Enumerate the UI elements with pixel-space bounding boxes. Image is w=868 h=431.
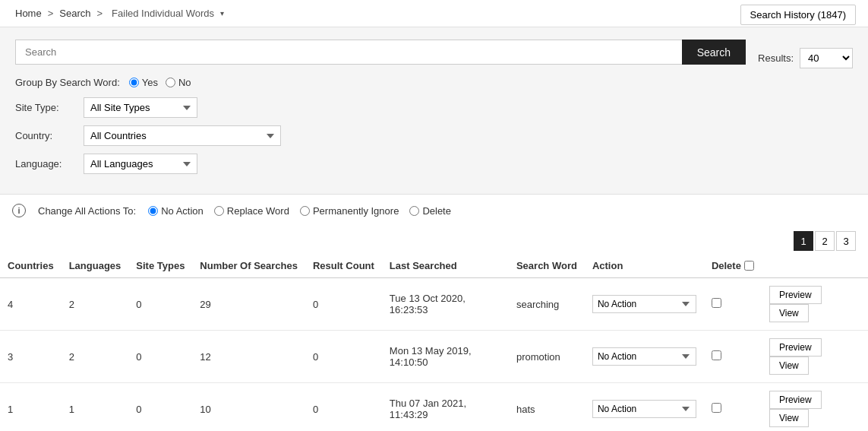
change-actions-label: Change All Actions To:	[38, 205, 136, 217]
cell-languages: 1	[62, 383, 129, 432]
action-permanently-ignore-radio[interactable]	[300, 206, 310, 216]
action-replace-word-radio[interactable]	[214, 206, 224, 216]
table-row: 1 1 0 10 0 Thu 07 Jan 2021, 11:43:29 hat…	[0, 383, 868, 432]
cell-languages: 2	[62, 331, 129, 383]
search-panel: Search Results: 40 20 60 80 100 Group By…	[0, 27, 868, 195]
cell-searches: 10	[192, 383, 305, 432]
country-select[interactable]: All Countries	[84, 125, 281, 146]
col-languages: Languages	[62, 254, 129, 278]
cell-countries: 1	[0, 383, 62, 432]
info-icon[interactable]: i	[12, 204, 26, 217]
col-actions-btns	[762, 254, 868, 278]
group-by-label: Group By Search Word:	[15, 77, 120, 88]
breadcrumb-chevron-icon: ▾	[220, 9, 224, 17]
delete-checkbox-0[interactable]	[712, 298, 721, 308]
action-replace-word-label: Replace Word	[227, 205, 289, 217]
group-by-row: Group By Search Word: Yes No	[15, 77, 853, 88]
table-row: 3 2 0 12 0 Mon 13 May 2019, 14:10:50 pro…	[0, 331, 868, 383]
cell-action: No ActionReplace WordPermanently IgnoreD…	[585, 278, 704, 331]
action-radio-group: No Action Replace Word Permanently Ignor…	[148, 205, 451, 217]
group-yes-radio[interactable]	[129, 78, 139, 87]
cell-delete	[704, 278, 762, 331]
page-2-button[interactable]: 2	[815, 231, 835, 251]
results-table-wrapper: Countries Languages Site Types Number Of…	[0, 254, 868, 431]
language-row: Language: All Languages	[15, 154, 853, 174]
search-bar-row: Search Results: 40 20 60 80 100	[15, 40, 853, 77]
results-label-group: Results: 40 20 60 80 100	[758, 48, 853, 68]
group-no-option[interactable]: No	[166, 77, 191, 88]
action-replace-word-option[interactable]: Replace Word	[214, 205, 289, 217]
site-type-select[interactable]: All Site Types	[84, 97, 197, 118]
action-no-action-option[interactable]: No Action	[148, 205, 204, 217]
action-select-0[interactable]: No ActionReplace WordPermanently IgnoreD…	[592, 295, 696, 313]
group-yes-label: Yes	[142, 77, 158, 88]
group-by-radio-group: Yes No	[129, 77, 191, 88]
table-row: 4 2 0 29 0 Tue 13 Oct 2020, 16:23:53 sea…	[0, 278, 868, 331]
cell-site-types: 0	[128, 331, 192, 383]
view-button-0[interactable]: View	[769, 304, 809, 322]
cell-search-word: searching	[509, 278, 585, 331]
cell-searches: 12	[192, 331, 305, 383]
cell-preview-view: Preview View	[762, 331, 868, 383]
site-type-row: Site Type: All Site Types	[15, 97, 853, 118]
col-countries: Countries	[0, 254, 62, 278]
col-site-types: Site Types	[128, 254, 192, 278]
breadcrumb-sep2: >	[96, 8, 103, 19]
action-delete-radio[interactable]	[409, 206, 419, 216]
delete-checkbox-2[interactable]	[712, 403, 721, 413]
preview-button-2[interactable]: Preview	[769, 391, 822, 409]
action-no-action-label: No Action	[161, 205, 204, 217]
language-label: Language:	[15, 158, 76, 170]
delete-checkbox-1[interactable]	[712, 350, 721, 360]
change-actions-bar: i Change All Actions To: No Action Repla…	[0, 195, 868, 227]
action-permanently-ignore-option[interactable]: Permanently Ignore	[300, 205, 399, 217]
action-select-2[interactable]: No ActionReplace WordPermanently IgnoreD…	[592, 400, 696, 418]
search-button[interactable]: Search	[682, 40, 746, 65]
results-select[interactable]: 40 20 60 80 100	[800, 48, 853, 68]
action-no-action-radio[interactable]	[148, 206, 158, 216]
cell-site-types: 0	[128, 278, 192, 331]
col-search-word: Search Word	[509, 254, 585, 278]
col-last-searched: Last Searched	[382, 254, 509, 278]
search-bar: Search	[15, 40, 746, 65]
site-type-label: Site Type:	[15, 102, 76, 113]
breadcrumb: Home > Search > Failed Individual Words …	[0, 0, 868, 27]
preview-button-0[interactable]: Preview	[769, 286, 822, 304]
cell-last-searched: Thu 07 Jan 2021, 11:43:29	[382, 383, 509, 432]
view-button-2[interactable]: View	[769, 409, 809, 427]
col-delete: Delete	[704, 254, 762, 278]
group-yes-option[interactable]: Yes	[129, 77, 158, 88]
cell-countries: 3	[0, 331, 62, 383]
breadcrumb-home[interactable]: Home	[15, 8, 42, 19]
cell-last-searched: Mon 13 May 2019, 14:10:50	[382, 331, 509, 383]
breadcrumb-page-dropdown[interactable]: Failed Individual Words ▾	[109, 8, 227, 19]
cell-preview-view: Preview View	[762, 278, 868, 331]
preview-button-1[interactable]: Preview	[769, 338, 822, 357]
page-3-button[interactable]: 3	[836, 231, 856, 251]
col-action: Action	[585, 254, 704, 278]
cell-action: No ActionReplace WordPermanently IgnoreD…	[585, 383, 704, 432]
action-permanently-ignore-label: Permanently Ignore	[313, 205, 399, 217]
search-history-button[interactable]: Search History (1847)	[740, 5, 856, 25]
page-1-button[interactable]: 1	[794, 231, 813, 251]
cell-search-word: hats	[509, 383, 585, 432]
view-button-1[interactable]: View	[769, 357, 809, 375]
group-no-radio[interactable]	[166, 78, 175, 87]
delete-col-label: Delete	[712, 260, 741, 271]
country-label: Country:	[15, 130, 76, 141]
cell-search-word: promotion	[509, 331, 585, 383]
action-select-1[interactable]: No ActionReplace WordPermanently IgnoreD…	[592, 347, 696, 366]
search-input[interactable]	[15, 40, 682, 65]
cell-delete	[704, 331, 762, 383]
cell-delete	[704, 383, 762, 432]
delete-all-checkbox[interactable]	[744, 261, 754, 271]
table-header-row: Countries Languages Site Types Number Of…	[0, 254, 868, 278]
breadcrumb-search[interactable]: Search	[59, 8, 90, 19]
language-select[interactable]: All Languages	[84, 154, 197, 174]
cell-languages: 2	[62, 278, 129, 331]
cell-result-count: 0	[305, 331, 382, 383]
action-delete-option[interactable]: Delete	[409, 205, 451, 217]
breadcrumb-page-label: Failed Individual Words	[112, 8, 214, 19]
pagination: 1 2 3	[0, 227, 868, 254]
col-number-of-searches: Number Of Searches	[192, 254, 305, 278]
